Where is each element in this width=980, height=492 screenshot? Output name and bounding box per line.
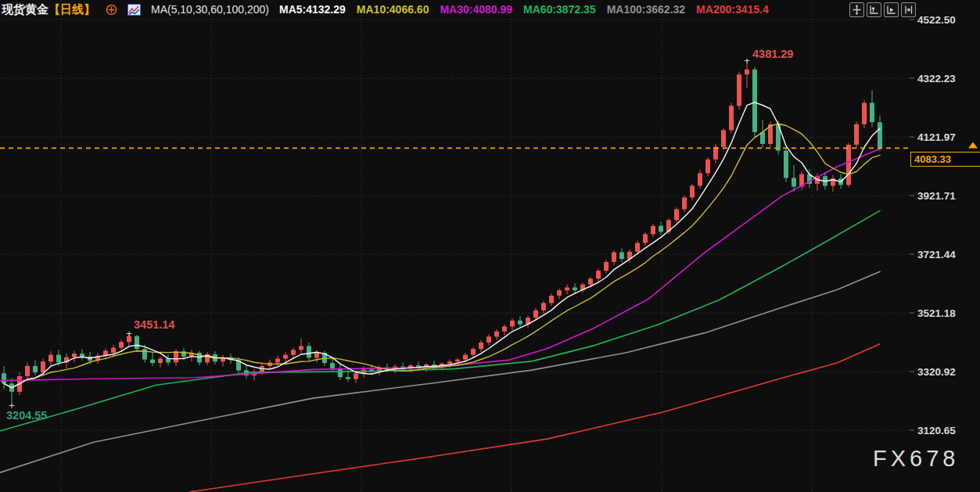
legend-ma30: MA30:4080.99 [440,3,512,16]
scale-price-left-icon[interactable] [867,2,881,17]
candle-body [854,124,859,145]
candle-body [166,359,171,363]
candle-body [33,366,38,372]
candle-body [635,243,640,252]
swing-marker-icon: + [9,400,15,411]
candle-body [494,332,499,337]
candle-body [111,348,116,353]
candle-body [674,210,679,221]
candle-body [283,355,288,359]
candle-body [346,377,350,379]
candle-body [752,70,757,132]
symbol-period: 现货黄金【日线】 [2,2,95,17]
price-annotation: 3451.14 [134,318,174,331]
ma-line-ma5 [4,102,880,388]
candle-body [651,226,655,235]
candle-body [682,198,687,210]
ma-line-ma200 [190,344,880,492]
candle-body [142,349,147,360]
candle-body [737,74,741,106]
candle-body [729,106,734,130]
candle-body [533,311,538,318]
candle-body [174,351,178,362]
candle-body [486,336,491,343]
candle-body [80,354,84,357]
candle-body [48,355,53,362]
candle-body [471,349,476,355]
candle-body [518,321,522,325]
chart-type-icon[interactable] [127,4,141,16]
swing-marker-icon: + [126,328,132,339]
candle-body [88,357,92,361]
candle-body [25,366,30,376]
candle-body [510,321,515,327]
chart-legend: 现货黄金【日线】 MA(5,10,30,60,100,200) MA5:4132… [2,2,769,17]
legend-ma10: MA10:4066.60 [357,3,429,16]
swing-marker-icon: + [744,55,750,66]
legend-ma5: MA5:4132.29 [279,3,346,16]
price-marker-arrow-icon [968,142,978,148]
symbol-name: 现货黄金 [2,2,48,16]
go-to-latest-icon[interactable] [901,2,916,17]
candle-body [502,326,507,331]
candle-body [862,103,867,124]
y-axis-label: 4121.97 [917,131,956,143]
candle-body [41,361,45,372]
candle-body [135,336,139,350]
candle-body [659,226,663,232]
candle-body [463,355,468,360]
chart-toolbar [849,2,916,17]
candle-body [573,288,577,291]
watermark: FX678 [873,446,959,472]
candle-body [307,346,311,357]
candle-body [541,303,546,310]
candle-body [698,173,702,185]
y-axis-label: 4322.23 [917,73,956,84]
candle-body [158,359,163,364]
candle-body [870,103,874,123]
candle-body [557,290,562,296]
candle-body [612,253,616,262]
candle-body [690,186,695,198]
candle-body [721,130,726,146]
ma-line-ma100 [0,271,880,472]
scale-price-right-icon[interactable] [884,2,899,17]
ma-group-label: MA(5,10,30,60,100,200) [151,3,269,16]
y-axis-label: 4522.50 [917,14,956,26]
period-label: 【日线】 [48,2,95,16]
legend-ma60: MA60:3872.35 [523,3,596,16]
candle-body [792,178,796,186]
candle-body [354,373,358,379]
ma-values: MA5:4132.29MA10:4066.60MA30:4080.99MA60:… [279,3,769,16]
candle-body [596,271,601,278]
candle-body [549,296,554,303]
ma-line-ma60 [0,210,880,431]
candle-body [565,288,569,291]
candle-body [588,278,593,285]
candle-body [784,151,788,178]
candle-body [479,343,483,349]
trading-chart-window: 4381.29+3451.14+3204.55+4522.504322.2341… [0,0,980,492]
candle-body [330,363,335,368]
current-price-label[interactable]: 4083.33 [910,152,980,167]
y-axis-label: 3921.71 [917,190,956,202]
candle-body [72,354,77,357]
candle-body [275,359,280,363]
y-axis-label: 3521.18 [917,307,956,319]
candle-body [604,262,608,271]
chart-svg[interactable]: 4381.29+3451.14+3204.55+4522.504322.2341… [0,0,980,492]
candle-body [150,360,155,364]
candle-body [2,373,6,383]
candle-body [643,234,648,242]
candle-body [846,145,851,185]
add-compare-icon[interactable] [106,4,117,16]
y-axis-label: 3721.44 [917,249,956,260]
candle-body [314,353,319,357]
candle-body [760,132,765,144]
legend-ma100: MA100:3662.32 [607,3,685,16]
pan-crosshair-icon[interactable] [849,2,864,17]
candle-body [447,361,452,364]
candle-body [56,355,61,363]
candle-body [878,122,882,148]
y-axis-label: 3120.65 [917,425,956,436]
